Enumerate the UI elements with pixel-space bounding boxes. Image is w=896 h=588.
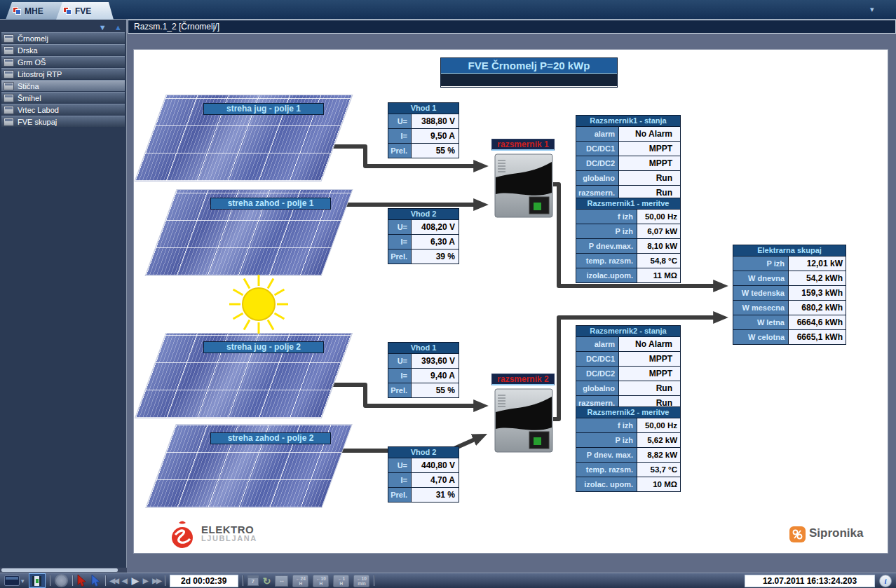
scale-settings-button[interactable]: ↔ (275, 575, 288, 587)
sidebar-item-label: Črnomelj (18, 34, 48, 43)
panel-label-4: streha zahod - polje 2 (210, 432, 331, 444)
sidebar-item-label: Drska (18, 46, 38, 55)
row-value: 54,8 °C (637, 254, 680, 268)
animation-toggle-button[interactable] (29, 573, 46, 588)
table-title: Elektrarna skupaj (733, 245, 846, 256)
sidebar-item-drska[interactable]: Drska (1, 44, 125, 55)
row-value: 8,82 kW (637, 448, 680, 462)
row-label: P izh (733, 257, 789, 271)
alarm-cursor-button[interactable] (77, 575, 87, 587)
sidebar-item-vrtec-labod[interactable]: Vrtec Labod (1, 104, 125, 115)
row-value: 53,7 °C (637, 463, 680, 477)
row-value: 9,50 A (412, 129, 459, 143)
vhod2-table-inv1: Vhod 2 U=408,20 V I=6,30 A Prel.39 % (388, 208, 459, 264)
tab-fve[interactable]: FVE (56, 2, 114, 20)
table-title: Vhod 2 (388, 209, 459, 219)
vhod1-table-inv2: Vhod 1 U=393,60 V I=9,40 A Prel.55 % (388, 342, 459, 398)
history-play-button[interactable]: ▶ (132, 575, 139, 586)
sidebar-item-smihel[interactable]: Šmihel (1, 92, 125, 103)
row-value: 10 MΩ (637, 477, 680, 491)
row-label: Prel. (388, 488, 412, 502)
row-value: 408,20 V (412, 220, 459, 234)
row-label: U= (388, 458, 412, 472)
row-value: 39 % (412, 249, 459, 264)
scroll-up-icon[interactable]: ▲ (114, 23, 122, 32)
step-back-10h-button[interactable]: ←10 H (313, 575, 329, 587)
vhod1-table-inv1: Vhod 1 U=388,80 V I=9,50 A Prel.55 % (388, 102, 459, 158)
current-datetime-field[interactable]: 12.07.2011 16:13:24.203 (745, 575, 875, 587)
inverter-2-device (494, 388, 553, 453)
inverter-2-label: razsmernik 2 (491, 374, 555, 385)
calendar-button[interactable]: 7 (247, 575, 259, 586)
panel-label-3: streha jug - polje 2 (203, 341, 324, 353)
diagram-canvas: FVE Črnomelj P=20 kWp streha jug - polje… (133, 49, 888, 554)
step-back-24h-button[interactable]: ←24 H (292, 575, 308, 587)
station-sidebar: ▼ ▲ Črnomelj Drska Grm OŠ Litostroj RTP … (0, 20, 127, 568)
row-value: No Alarm (619, 337, 680, 351)
row-label: f izh (576, 210, 637, 224)
history-prev-button[interactable]: ◀ (122, 577, 128, 584)
row-value: 50,00 Hz (637, 210, 680, 224)
row-label: I= (388, 473, 412, 487)
sidebar-item-label: Stična (18, 82, 39, 90)
row-label: izolac.upom. (576, 268, 637, 282)
row-label: I= (388, 369, 412, 383)
sidebar-item-crnomelj[interactable]: Črnomelj (1, 32, 125, 43)
screens-menu-button[interactable]: ▾ (4, 575, 25, 586)
inverter-1-label: razsmernik 1 (491, 139, 555, 151)
inverter2-measure-table: Razsmernik2 - meritve f izh50,00 Hz P iz… (576, 406, 681, 492)
toolbar-separator (374, 575, 374, 586)
row-label: W celotna (733, 330, 789, 344)
table-title: Razsmernik2 - meritve (576, 407, 680, 418)
row-label: U= (388, 114, 412, 128)
history-ffwd-button[interactable]: ▶▶ (152, 577, 160, 584)
screen-icon (4, 94, 14, 102)
scroll-down-icon[interactable]: ▼ (99, 23, 107, 32)
step-back-1h-button[interactable]: ←1 H (333, 575, 349, 587)
row-label: DC/DC1 (576, 142, 619, 156)
row-value: Run (619, 381, 680, 395)
row-label: W mesecna (733, 301, 789, 315)
bottom-toolbar: ▾ ◀◀ ◀ ▶ ▶ ▶▶ 2d 00:02:39 7 ↻ ↔ ←24 H (0, 573, 896, 588)
table-title: Razsmernik1 - stanja (576, 116, 680, 126)
row-value: 5,62 kW (637, 433, 680, 447)
sidebar-item-litostroj-rtp[interactable]: Litostroj RTP (1, 68, 125, 79)
table-title: Vhod 2 (388, 447, 459, 458)
sidebar-hscrollbar[interactable] (0, 568, 127, 573)
row-label: alarm (576, 337, 619, 351)
info-button[interactable]: i (879, 575, 892, 587)
row-label: I= (388, 235, 412, 249)
table-title: Razsmernik2 - stanja (576, 326, 680, 336)
sidebar-item-label: FVE skupaj (18, 118, 57, 126)
sidebar-item-sticna[interactable]: Stična (1, 80, 125, 91)
row-value: 11 MΩ (637, 268, 680, 282)
sidebar-item-grm-os[interactable]: Grm OŠ (1, 56, 125, 67)
sidebar-item-fve-skupaj[interactable]: FVE skupaj (1, 116, 125, 127)
time-offset-field[interactable]: 2d 00:02:39 (170, 575, 238, 587)
row-label: temp. razsm. (576, 254, 637, 268)
row-label: globalno (576, 381, 619, 395)
row-value: No Alarm (619, 127, 680, 141)
row-label: f izh (576, 418, 637, 432)
table-title: Razsmernik1 - meritve (576, 198, 680, 209)
tab-label: MHE (25, 6, 43, 16)
inverter-1-device (494, 153, 553, 218)
window-dropdown-icon[interactable]: ▾ (870, 5, 874, 14)
row-value: 6,30 A (412, 235, 459, 249)
refresh-button[interactable]: ↻ (263, 575, 271, 587)
screen-icon (4, 70, 14, 78)
row-label: P dnev. max. (576, 448, 637, 462)
sidebar-item-label: Vrtec Labod (18, 106, 59, 114)
select-cursor-button[interactable] (91, 575, 101, 587)
tab-label: FVE (75, 6, 91, 16)
scrollbar-thumb[interactable] (1, 568, 118, 572)
clock-mode-button[interactable] (55, 574, 68, 587)
elektro-ljubljana-logo-text: ELEKTRO LJUBLJANA (201, 525, 257, 543)
history-next-button[interactable]: ▶ (143, 577, 149, 584)
screen-icon (4, 34, 14, 43)
history-rewind-button[interactable]: ◀◀ (110, 577, 118, 584)
step-back-10min-button[interactable]: ←10 min (353, 575, 369, 587)
clock-icon (55, 574, 68, 587)
step-button-top: ←24 (296, 576, 306, 581)
logo-line: ELEKTRO (201, 525, 257, 534)
